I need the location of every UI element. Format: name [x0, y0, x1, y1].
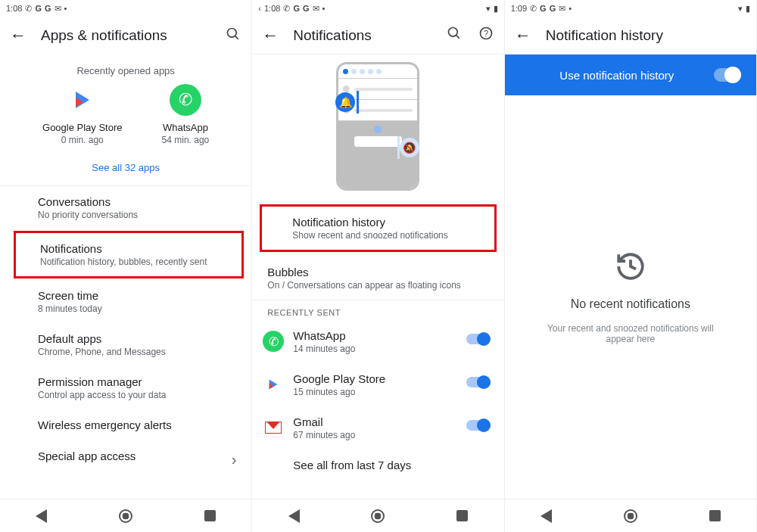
row-see-all-7-days[interactable]: See all from last 7 days	[252, 450, 503, 481]
row-default-apps[interactable]: Default apps Chrome, Phone, and Messages	[0, 323, 251, 366]
row-sub: No priority conversations	[38, 210, 221, 220]
row-title: Google Play Store	[293, 372, 488, 385]
row-permission-manager[interactable]: Permission manager Control app access to…	[0, 366, 251, 409]
search-icon[interactable]	[224, 26, 242, 45]
nav-recent-button[interactable]	[456, 510, 468, 521]
status-bar: 1:09 ✆ G G ✉ • ▾ ▮	[505, 0, 756, 17]
clock: 1:09	[511, 4, 527, 13]
status-bar: 1:08 ✆ G G ✉ •	[0, 0, 251, 17]
google-status-icon: G	[35, 4, 42, 13]
more-status-icon: •	[64, 5, 67, 13]
battery-icon: ▮	[746, 5, 750, 13]
whatsapp-status-icon: ✆	[25, 5, 32, 13]
nav-home-button[interactable]	[119, 509, 132, 523]
svg-line-1	[235, 36, 238, 39]
header: ← Notifications ?	[252, 17, 503, 54]
row-title: Bubbles	[267, 266, 488, 278]
row-conversations[interactable]: Conversations No priority conversations	[0, 186, 251, 229]
back-button[interactable]: ←	[514, 26, 532, 45]
nav-recent-button[interactable]	[204, 510, 216, 521]
recent-notif-whatsapp[interactable]: ✆ WhatsApp 14 minutes ago	[252, 320, 503, 363]
nav-home-button[interactable]	[371, 509, 385, 523]
app-sub: 0 min. ago	[42, 135, 123, 145]
row-sub: 14 minutes ago	[293, 344, 488, 354]
row-sub: Chrome, Phone, and Messages	[38, 347, 221, 357]
battery-icon: ▮	[494, 5, 498, 13]
highlight-notifications: Notifications Notification history, bubb…	[14, 231, 244, 278]
row-title: Wireless emergency alerts	[38, 418, 221, 431]
status-bar: ‹ 1:08 ✆ G G ✉ • ▾ ▮	[252, 0, 503, 17]
illustration: 🔔 🔕	[252, 54, 503, 204]
row-sub: On / Conversations can appear as floatin…	[267, 280, 488, 291]
use-history-toggle-bar[interactable]: Use notification history	[505, 54, 756, 95]
row-title: Conversations	[38, 195, 221, 208]
panel-notification-history: 1:09 ✆ G G ✉ • ▾ ▮ ← Notification histor…	[505, 0, 757, 532]
more-status-icon: •	[322, 5, 326, 13]
content: 🔔 🔕 Notification history Show recent and…	[252, 54, 503, 499]
clock: 1:08	[6, 4, 22, 13]
google-status-icon-2: G	[45, 4, 51, 13]
google-status-icon: G	[293, 4, 300, 13]
row-title: Gmail	[293, 415, 488, 428]
row-sub: 15 minutes ago	[293, 387, 488, 397]
panel-apps-notifications: 1:08 ✆ G G ✉ • ← Apps & notifications Re…	[0, 0, 252, 532]
mail-status-icon: ✉	[559, 5, 565, 13]
navigation-bar	[505, 499, 756, 532]
svg-point-2	[448, 28, 457, 37]
svg-line-3	[456, 36, 459, 39]
history-icon	[615, 250, 646, 285]
wifi-icon: ▾	[738, 5, 743, 13]
recent-app-whatsapp[interactable]: ✆ WhatsApp 54 min. ago	[162, 84, 210, 145]
nav-recent-button[interactable]	[709, 510, 721, 521]
back-button[interactable]: ←	[261, 26, 279, 45]
google-status-icon-2: G	[303, 4, 310, 13]
toggle-whatsapp[interactable]	[466, 334, 489, 344]
search-icon[interactable]	[445, 26, 463, 45]
play-store-icon	[263, 374, 284, 395]
nav-back-button[interactable]	[36, 509, 47, 523]
page-title: Notification history	[546, 27, 747, 44]
wifi-icon: ▾	[486, 5, 491, 13]
nav-back-button[interactable]	[540, 509, 552, 523]
nav-back-button[interactable]	[288, 509, 300, 523]
app-sub: 54 min. ago	[162, 135, 210, 145]
mail-status-icon: ✉	[55, 5, 61, 13]
header: ← Notification history	[505, 17, 756, 54]
empty-state: No recent notifications Your recent and …	[505, 95, 756, 499]
navigation-bar	[252, 499, 503, 532]
see-all-apps-link[interactable]: See all 32 apps	[0, 153, 251, 186]
chevron-left-icon: ‹	[258, 5, 261, 13]
row-title: Permission manager	[38, 375, 221, 388]
help-icon[interactable]: ?	[477, 26, 495, 45]
recent-app-play-store[interactable]: Google Play Store 0 min. ago	[42, 84, 123, 145]
row-special-app-access[interactable]: Special app access	[0, 440, 251, 471]
row-title: See all from last 7 days	[293, 459, 488, 471]
use-history-toggle[interactable]	[714, 68, 741, 82]
row-bubbles[interactable]: Bubbles On / Conversations can appear as…	[252, 257, 503, 300]
row-wireless-alerts[interactable]: Wireless emergency alerts	[0, 409, 251, 440]
recently-opened-label: Recently opened apps	[0, 54, 251, 84]
toggle-play-store[interactable]	[466, 377, 489, 387]
recent-notif-play-store[interactable]: Google Play Store 15 minutes ago	[252, 363, 503, 406]
svg-text:?: ?	[484, 29, 488, 38]
row-sub: Show recent and snoozed notifications	[292, 230, 478, 241]
toggle-gmail[interactable]	[466, 420, 489, 431]
recent-notif-gmail[interactable]: Gmail 67 minutes ago	[252, 406, 503, 450]
nav-home-button[interactable]	[624, 509, 637, 523]
toggle-label: Use notification history	[520, 69, 714, 82]
header: ← Apps & notifications	[0, 17, 251, 54]
row-title: Special app access	[38, 450, 221, 462]
whatsapp-icon: ✆	[263, 331, 284, 352]
whatsapp-status-icon: ✆	[530, 5, 537, 13]
row-screen-time[interactable]: Screen time 8 minutes today	[0, 280, 251, 323]
row-title: Notification history	[292, 216, 478, 229]
empty-sub: Your recent and snoozed notifications wi…	[532, 323, 729, 344]
row-notification-history[interactable]: Notification history Show recent and sno…	[262, 207, 494, 250]
back-button[interactable]: ←	[9, 26, 27, 45]
row-sub: Notification history, bubbles, recently …	[40, 257, 211, 267]
row-sub: 67 minutes ago	[293, 430, 488, 440]
row-notifications[interactable]: Notifications Notification history, bubb…	[16, 233, 241, 276]
app-name: WhatsApp	[162, 122, 210, 133]
recent-apps: Google Play Store 0 min. ago ✆ WhatsApp …	[0, 84, 251, 153]
page-title: Notifications	[293, 27, 431, 44]
